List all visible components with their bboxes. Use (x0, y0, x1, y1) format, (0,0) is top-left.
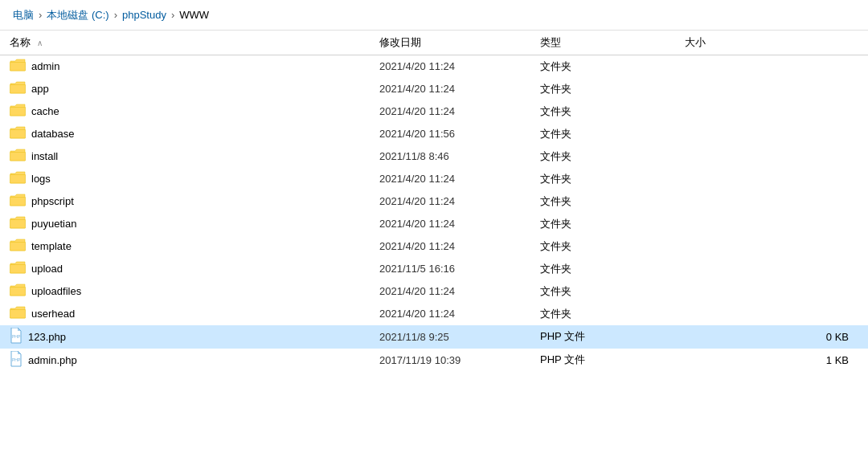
folder-icon (10, 59, 26, 74)
file-date: 2021/4/20 11:24 (370, 100, 530, 123)
table-row[interactable]: PHP 123.php2021/11/8 9:25PHP 文件0 KB (0, 325, 868, 349)
file-name: logs (31, 173, 51, 185)
file-type: PHP 文件 (530, 349, 675, 372)
file-type: 文件夹 (530, 168, 675, 190)
table-row[interactable]: cache2021/4/20 11:24文件夹 (0, 100, 868, 123)
breadcrumb-www: WWW (179, 9, 209, 21)
file-type: 文件夹 (530, 258, 675, 280)
svg-text:PHP: PHP (12, 334, 21, 339)
file-type: 文件夹 (530, 213, 675, 235)
table-row[interactable]: uploadfiles2021/4/20 11:24文件夹 (0, 280, 868, 303)
breadcrumb-phpstudy[interactable]: phpStudy (122, 9, 166, 21)
file-size (675, 213, 868, 235)
file-name: install (31, 150, 58, 162)
php-file-icon: PHP (10, 328, 23, 346)
file-name: userhead (31, 308, 75, 320)
file-date: 2021/4/20 11:24 (370, 213, 530, 235)
file-name: phpscript (31, 195, 74, 207)
col-header-date[interactable]: 修改日期 (370, 31, 530, 55)
breadcrumb-sep-3: › (171, 9, 174, 21)
folder-icon (10, 284, 26, 299)
file-type: 文件夹 (530, 78, 675, 100)
folder-icon (10, 306, 26, 321)
file-name: app (31, 83, 49, 95)
folder-icon (10, 104, 26, 119)
svg-text:PHP: PHP (12, 357, 21, 362)
table-row[interactable]: database2021/4/20 11:56文件夹 (0, 123, 868, 145)
file-size (675, 55, 868, 78)
breadcrumb: 电脑 › 本地磁盘 (C:) › phpStudy › WWW (0, 0, 868, 31)
table-row[interactable]: logs2021/4/20 11:24文件夹 (0, 168, 868, 190)
file-name: admin.php (28, 354, 77, 366)
file-type: 文件夹 (530, 235, 675, 258)
table-header-row: 名称 ∧ 修改日期 类型 大小 (0, 31, 868, 55)
folder-icon (10, 194, 26, 209)
file-date: 2021/4/20 11:24 (370, 280, 530, 303)
file-type: 文件夹 (530, 190, 675, 213)
file-size (675, 100, 868, 123)
table-row[interactable]: template2021/4/20 11:24文件夹 (0, 235, 868, 258)
folder-icon (10, 261, 26, 276)
file-size (675, 280, 868, 303)
file-explorer: 名称 ∧ 修改日期 类型 大小 admin2021/4/20 11:24文件夹 … (0, 31, 868, 457)
file-date: 2017/11/19 10:39 (370, 349, 530, 372)
col-header-size[interactable]: 大小 (675, 31, 868, 55)
folder-icon (10, 149, 26, 164)
table-row[interactable]: admin2021/4/20 11:24文件夹 (0, 55, 868, 78)
file-size (675, 303, 868, 325)
folder-icon (10, 126, 26, 141)
file-name: database (31, 128, 75, 140)
file-name: template (31, 240, 72, 252)
file-type: 文件夹 (530, 55, 675, 78)
folder-icon (10, 81, 26, 96)
file-size (675, 235, 868, 258)
sort-arrow-name: ∧ (37, 39, 43, 47)
table-row[interactable]: upload2021/11/5 16:16文件夹 (0, 258, 868, 280)
file-date: 2021/4/20 11:56 (370, 123, 530, 145)
folder-icon (10, 216, 26, 231)
file-type: 文件夹 (530, 100, 675, 123)
file-name: upload (31, 263, 63, 275)
file-date: 2021/11/5 16:16 (370, 258, 530, 280)
file-type: PHP 文件 (530, 325, 675, 349)
table-row[interactable]: app2021/4/20 11:24文件夹 (0, 78, 868, 100)
file-size (675, 145, 868, 168)
file-type: 文件夹 (530, 123, 675, 145)
file-size: 0 KB (675, 325, 868, 349)
file-size (675, 78, 868, 100)
file-size (675, 258, 868, 280)
php-file-icon: PHP (10, 351, 23, 369)
file-table: 名称 ∧ 修改日期 类型 大小 admin2021/4/20 11:24文件夹 … (0, 31, 868, 372)
file-size: 1 KB (675, 349, 868, 372)
file-date: 2021/4/20 11:24 (370, 78, 530, 100)
file-name: 123.php (28, 331, 66, 343)
file-date: 2021/11/8 8:46 (370, 145, 530, 168)
col-header-type[interactable]: 类型 (530, 31, 675, 55)
folder-icon (10, 239, 26, 254)
file-size (675, 168, 868, 190)
breadcrumb-c[interactable]: 本地磁盘 (C:) (47, 8, 108, 22)
file-date: 2021/4/20 11:24 (370, 55, 530, 78)
folder-icon (10, 171, 26, 186)
table-row[interactable]: PHP admin.php2017/11/19 10:39PHP 文件1 KB (0, 349, 868, 372)
table-row[interactable]: install2021/11/8 8:46文件夹 (0, 145, 868, 168)
file-name: puyuetian (31, 218, 76, 230)
file-type: 文件夹 (530, 145, 675, 168)
file-date: 2021/11/8 9:25 (370, 325, 530, 349)
table-row[interactable]: phpscript2021/4/20 11:24文件夹 (0, 190, 868, 213)
file-type: 文件夹 (530, 303, 675, 325)
file-date: 2021/4/20 11:24 (370, 235, 530, 258)
breadcrumb-sep-1: › (39, 9, 42, 21)
file-size (675, 190, 868, 213)
file-date: 2021/4/20 11:24 (370, 303, 530, 325)
file-size (675, 123, 868, 145)
breadcrumb-pc[interactable]: 电脑 (13, 8, 34, 22)
file-type: 文件夹 (530, 280, 675, 303)
file-date: 2021/4/20 11:24 (370, 190, 530, 213)
col-header-name[interactable]: 名称 ∧ (0, 31, 370, 55)
table-row[interactable]: userhead2021/4/20 11:24文件夹 (0, 303, 868, 325)
file-name: uploadfiles (31, 285, 81, 297)
breadcrumb-sep-2: › (114, 9, 117, 21)
file-name: admin (31, 60, 59, 72)
table-row[interactable]: puyuetian2021/4/20 11:24文件夹 (0, 213, 868, 235)
